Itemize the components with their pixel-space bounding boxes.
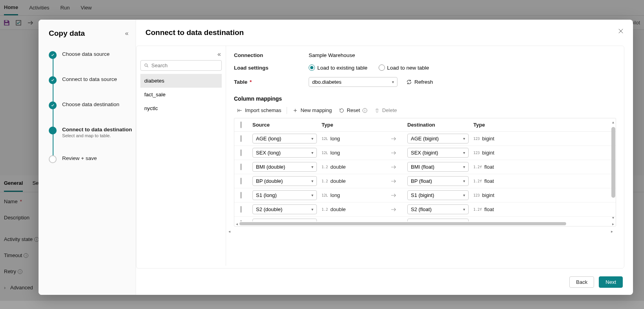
destination-column-value: SEX (bigint) xyxy=(411,150,438,156)
collapse-stepper-icon[interactable]: « xyxy=(125,30,129,37)
radio-load-new-label: Load to new table xyxy=(387,65,429,71)
source-type: double xyxy=(330,178,346,184)
destination-type: float xyxy=(484,221,494,221)
destination-column-select[interactable]: S1 (bigint)▾ xyxy=(407,190,469,200)
source-column-value: AGE (long) xyxy=(256,136,281,142)
source-type-abbr: 1.2 xyxy=(322,179,328,183)
source-column-select[interactable]: BMI (double)▾ xyxy=(252,162,317,172)
row-checkbox[interactable] xyxy=(241,220,241,221)
reset-icon xyxy=(339,108,344,113)
mapping-row: S3 (double)▾ 1.2double S3 (float)▾ 1.2ff… xyxy=(234,217,616,221)
step-done-icon xyxy=(49,51,57,59)
step-3-label[interactable]: Choose data destination xyxy=(62,101,120,107)
mapping-row: BP (double)▾ 1.2double BP (float)▾ 1.2ff… xyxy=(234,174,616,188)
source-type-abbr: 12L xyxy=(322,151,328,155)
source-type-abbr: 1.2 xyxy=(322,208,328,212)
step-pending-icon xyxy=(49,155,57,163)
step-1-label[interactable]: Choose data source xyxy=(62,51,110,57)
destination-column-select[interactable]: BMI (float)▾ xyxy=(407,162,469,172)
destination-type: float xyxy=(484,164,494,170)
scroll-left-icon[interactable]: ◂ xyxy=(228,229,230,234)
mapping-arrow-icon xyxy=(380,164,407,171)
table-search-input[interactable] xyxy=(151,63,218,68)
mapping-row: AGE (long)▾ 12Llong AGE (bigint)▾ 123big… xyxy=(234,132,616,146)
row-checkbox[interactable] xyxy=(241,178,241,184)
row-checkbox[interactable] xyxy=(241,149,241,156)
source-column-value: S3 (double) xyxy=(256,221,282,221)
destination-column-select[interactable]: S2 (float)▾ xyxy=(407,204,469,214)
table-item-nyctlc[interactable]: nyctlc xyxy=(140,101,222,115)
refresh-icon xyxy=(406,79,412,85)
source-column-select[interactable]: AGE (long)▾ xyxy=(252,134,317,143)
row-checkbox[interactable] xyxy=(241,192,241,199)
row-checkbox[interactable] xyxy=(241,164,241,170)
step-done-icon xyxy=(49,101,57,109)
step-4-label[interactable]: Connect to data destination xyxy=(62,127,132,132)
destination-column-select[interactable]: AGE (bigint)▾ xyxy=(407,134,469,143)
table-select[interactable]: dbo.diabetes ▾ xyxy=(309,77,397,87)
delete-button[interactable]: Delete xyxy=(371,106,400,115)
source-column-select[interactable]: S3 (double)▾ xyxy=(252,219,317,221)
reset-button[interactable]: Reset i xyxy=(336,106,370,115)
table-search-box[interactable] xyxy=(140,60,222,71)
back-button[interactable]: Back xyxy=(569,276,594,288)
row-checkbox[interactable] xyxy=(241,206,241,213)
chevron-down-icon: ▾ xyxy=(463,179,465,183)
mapping-arrow-icon xyxy=(380,149,407,156)
table-item-fact-sale[interactable]: fact_sale xyxy=(140,88,222,101)
horizontal-scrollbar-inner[interactable]: ◂ ▸ xyxy=(234,221,616,226)
chevron-down-icon: ▾ xyxy=(311,193,313,197)
radio-load-new[interactable]: Load to new table xyxy=(379,64,429,71)
destination-column-select[interactable]: SEX (bigint)▾ xyxy=(407,148,469,158)
destination-column-value: BP (float) xyxy=(411,178,432,184)
refresh-button[interactable]: Refresh xyxy=(406,79,433,85)
connection-label: Connection xyxy=(234,52,309,58)
trash-icon xyxy=(374,108,380,113)
collapse-tablelist-icon[interactable]: « xyxy=(217,51,221,58)
col-destination: Destination xyxy=(407,122,473,128)
col-type: Type xyxy=(322,122,380,128)
delete-label: Delete xyxy=(382,107,397,113)
source-column-value: BP (double) xyxy=(256,178,283,184)
source-type: long xyxy=(330,192,340,198)
copy-data-modal: Copy data « Choose data source Connect t… xyxy=(39,20,633,295)
destination-column-select[interactable]: BP (float)▾ xyxy=(407,176,469,186)
row-checkbox[interactable] xyxy=(241,135,241,142)
source-column-select[interactable]: S1 (long)▾ xyxy=(252,190,317,200)
destination-type-abbr: 1.2f xyxy=(473,208,482,212)
mapping-arrow-icon xyxy=(380,220,407,222)
col-source: Source xyxy=(252,122,322,128)
select-all-checkbox[interactable] xyxy=(241,121,241,128)
reset-label: Reset xyxy=(347,107,360,113)
destination-type: float xyxy=(484,178,494,184)
step-2-label[interactable]: Connect to data source xyxy=(62,76,117,82)
radio-load-existing[interactable]: Load to existing table xyxy=(309,64,368,71)
scroll-right-icon[interactable]: ▸ xyxy=(612,222,614,226)
step-5-label[interactable]: Review + save xyxy=(62,155,97,161)
scroll-right-icon[interactable]: ▸ xyxy=(611,229,613,234)
destination-column-select[interactable]: S3 (float)▾ xyxy=(407,219,469,221)
chevron-down-icon: ▾ xyxy=(311,207,313,212)
new-mapping-label: New mapping xyxy=(300,107,332,113)
source-column-select[interactable]: BP (double)▾ xyxy=(252,176,317,186)
next-button[interactable]: Next xyxy=(599,276,623,288)
source-column-select[interactable]: SEX (long)▾ xyxy=(252,148,317,158)
scroll-left-icon[interactable]: ◂ xyxy=(236,222,238,226)
chevron-down-icon: ▾ xyxy=(392,80,394,84)
horizontal-scrollbar-outer[interactable]: ◂ ▸ xyxy=(226,229,615,234)
table-item-diabetes[interactable]: diabetes xyxy=(140,74,222,88)
plus-icon xyxy=(293,108,298,113)
new-mapping-button[interactable]: New mapping xyxy=(289,106,335,115)
destination-form: Connection Sample Warehouse Load setting… xyxy=(226,46,624,90)
vertical-scrollbar[interactable] xyxy=(611,127,616,217)
step-current-icon xyxy=(49,127,57,134)
column-mappings-heading: Column mappings xyxy=(226,90,624,105)
source-column-value: BMI (double) xyxy=(256,164,285,170)
source-column-select[interactable]: S2 (double)▾ xyxy=(252,204,317,214)
import-icon xyxy=(237,108,243,113)
close-button[interactable] xyxy=(617,28,624,36)
source-column-value: SEX (long) xyxy=(256,150,281,156)
svg-point-2 xyxy=(145,64,147,66)
import-schemas-button[interactable]: Import schemas xyxy=(234,106,284,115)
divider xyxy=(287,107,287,114)
